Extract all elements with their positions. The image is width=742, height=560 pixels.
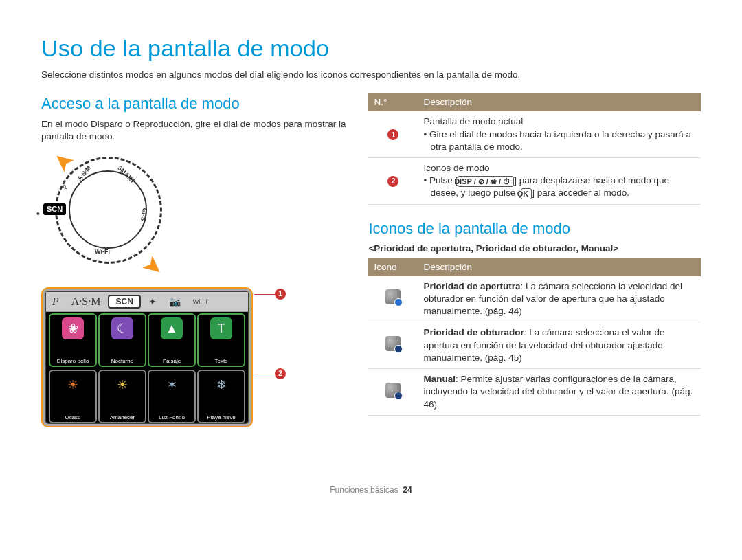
callout-2: 2 [254,368,286,379]
mode-icon: ❀ [62,317,84,339]
table-row: Manual: Permite ajustar varias configura… [368,369,701,416]
tab-magic-icon: ✦ [142,295,163,309]
mode-label: Playa nieve [199,414,244,421]
footer-section: Funciones básicas [330,485,398,495]
mode-cell: ☾Nocturno [98,313,146,367]
table-row: Prioridad de obturador: La cámara selecc… [368,322,701,369]
table-row: Prioridad de apertutra: La cámara selecc… [368,276,701,322]
table-row: 2 Iconos de modo • Pulse [DISP / ⊘ / ❀ /… [368,157,701,204]
tab-p: P [46,294,65,309]
section-icons-heading: Iconos de la pantalla de modo [368,219,701,239]
section-access-heading: Acceso a la pantalla de modo [41,93,348,114]
dial-center [69,170,147,249]
r2-post: ] para acceder al modo. [532,188,629,198]
mode-icon-thumb [385,289,401,304]
section-icons-subheading: <Prioridad de apertutra, Prioridad de ob… [368,243,701,255]
mode-screen-illustration: 1 2 P A·S·M SCN ✦ 📷 Wi-Fi ❀Disparo bello… [41,287,253,427]
mode-cell: ❀Disparo bello [49,313,97,367]
th-desc: Descripción [418,93,701,111]
row-num: 2 [387,176,398,187]
ok-key-icon: OK [521,188,532,199]
mode-icon: ☾ [111,317,133,339]
mode-icon: ❄ [210,374,232,396]
tab-asm: A·S·M [65,294,107,309]
tab-scn: SCN [108,295,140,309]
th-icon: Icono [368,258,418,276]
mode-label: Amanecer [100,414,145,421]
mode-dial-illustration: ➤ • SCN P A·S·M SMART GPS Wi-Fi ➤ [41,150,172,280]
mode-label: Nocturno [100,358,145,364]
table-icons: Icono Descripción Prioridad de apertutra… [368,258,701,416]
footer-page-number: 24 [403,485,412,495]
dial-pointer-dot: • [36,208,40,221]
icon-desc: : Permite ajustar varias configuraciones… [423,374,693,409]
mode-cell: TTexto [197,313,245,367]
dial-arrow-icon: ➤ [137,249,170,284]
mode-label: Texto [199,358,244,364]
mode-label: Luz Fondo [149,414,194,421]
mode-icon-thumb [385,383,401,398]
table-numbered: N.° Descripción 1 Pantalla de modo actua… [368,93,701,205]
th-desc: Descripción [418,258,701,276]
r2-pre: Pulse [ [429,175,458,186]
row-num: 1 [387,129,398,140]
mode-label: Ocaso [50,414,95,421]
mode-label: Disparo bello [50,358,95,364]
page-footer: Funciones básicas 24 [41,484,701,495]
page-intro: Seleccione distintos modos en algunos mo… [41,69,701,81]
mode-cell: ❄Playa nieve [197,370,245,423]
dial-scn-label: SCN [43,203,66,215]
mode-icon-thumb [385,336,401,351]
table-row: 1 Pantalla de modo actual • Gire el dial… [368,111,701,157]
mode-icon: T [210,317,232,339]
mode-label: Paisaje [149,358,194,364]
icon-term: Prioridad de obturador [423,327,524,337]
mode-icon: ☀ [62,374,84,396]
icon-term: Manual [423,374,456,384]
section-access-body: En el modo Disparo o Reproducción, gire … [41,118,348,143]
tab-movie-icon: 📷 [163,295,187,309]
page-title: Uso de la pantalla de modo [41,33,701,65]
row-bullet: Gire el dial de modos hacia la izquierda… [429,129,691,152]
row-title: Pantalla de modo actual [423,115,695,128]
mode-cell: ☀Ocaso [49,370,97,423]
dial-label-wifi: Wi-Fi [95,247,110,256]
mode-cell: ✶Luz Fondo [148,370,196,423]
mode-grid-row-1: ❀Disparo bello☾Nocturno▲PaisajeTTexto [46,312,248,368]
disp-key-icon: DISP / ⊘ / ❀ / ⏱ [458,176,514,187]
tab-wifi: Wi-Fi [187,298,214,306]
mode-icon: ▲ [161,317,183,339]
mode-icon: ✶ [161,374,183,396]
mode-screen-tabs: P A·S·M SCN ✦ 📷 Wi-Fi [46,292,248,312]
mode-cell: ▲Paisaje [148,313,196,367]
icon-term: Prioridad de apertutra [423,281,520,291]
th-num: N.° [368,93,418,111]
row-title: Iconos de modo [423,162,695,175]
mode-icon: ☀ [111,374,133,396]
mode-grid-row-2: ☀Ocaso☀Amanecer✶Luz Fondo❄Playa nieve [46,368,248,425]
callout-1: 1 [254,289,286,300]
mode-cell: ☀Amanecer [98,370,146,423]
